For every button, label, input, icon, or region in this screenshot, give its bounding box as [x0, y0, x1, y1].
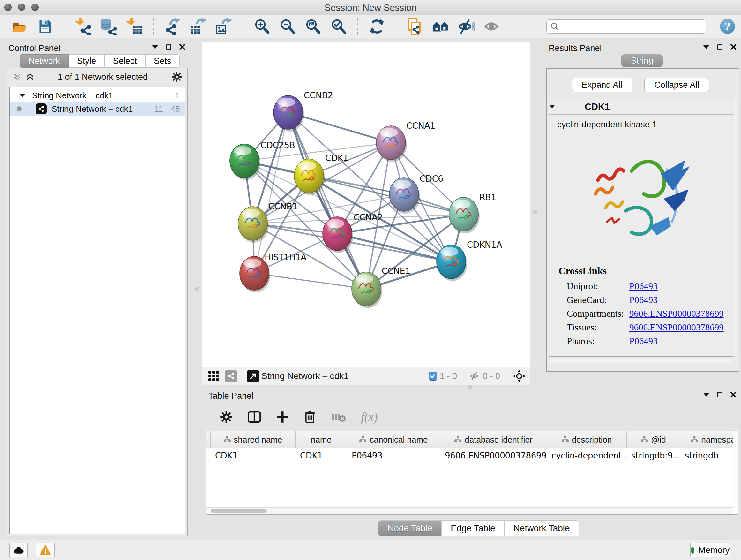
close-panel-button[interactable] — [179, 44, 185, 50]
selected-items-checkbox[interactable] — [428, 372, 437, 381]
panel-menu-icon[interactable] — [703, 45, 710, 49]
open-file-button[interactable] — [11, 17, 28, 36]
zoom-out-button[interactable] — [279, 17, 296, 36]
table-cell[interactable]: stringdb:9... — [627, 448, 680, 463]
scrollbar-thumb[interactable] — [211, 509, 267, 513]
search-input[interactable] — [562, 21, 705, 32]
table-cell[interactable]: cyclin-dependent ... — [547, 448, 627, 463]
float-panel-button[interactable] — [166, 44, 172, 50]
close-panel-button[interactable] — [730, 44, 737, 50]
warnings-button[interactable] — [36, 543, 55, 557]
hide-selected-button[interactable] — [458, 17, 475, 36]
string-network-graph[interactable]: CCNB2CCNA1CDC25BCDK1CDC6RB1CCNB1CCNA2CDK… — [202, 42, 530, 367]
network-node-ccna1[interactable] — [376, 126, 407, 162]
memory-status-button[interactable]: Memory — [690, 543, 730, 557]
column-header-namespace[interactable]: namespace — [680, 431, 738, 448]
grid-view-icon[interactable] — [207, 370, 220, 382]
panel-menu-icon[interactable] — [152, 45, 158, 49]
crosslink-link[interactable]: P06493 — [629, 281, 658, 292]
zoom-in-button[interactable] — [253, 17, 271, 36]
horizontal-splitter-handle[interactable] — [468, 385, 472, 389]
collapse-all-button[interactable]: Collapse All — [644, 78, 709, 92]
add-column-plus-icon[interactable] — [276, 411, 289, 423]
clone-network-button[interactable] — [407, 17, 424, 36]
delete-table-icon[interactable] — [331, 412, 346, 422]
save-session-button[interactable] — [37, 17, 54, 36]
collapse-section-icon[interactable] — [549, 105, 555, 108]
expand-all-button[interactable]: Expand All — [572, 78, 632, 92]
network-view-canvas[interactable]: CCNB2CCNA1CDC25BCDK1CDC6RB1CCNB1CCNA2CDK… — [202, 42, 530, 367]
table-cell[interactable]: CDK1 — [295, 448, 347, 463]
import-network-from-file-button[interactable] — [75, 17, 92, 36]
table-settings-gear-icon[interactable] — [220, 411, 232, 423]
export-image-button[interactable] — [215, 17, 232, 36]
table-vertical-scrollbar[interactable] — [733, 431, 738, 508]
network-edge-ccnb2-hist1h1a[interactable] — [254, 112, 288, 273]
results-horizontal-scrollbar[interactable] — [549, 359, 733, 363]
column-header-canonical-name[interactable]: canonical name — [347, 431, 441, 448]
float-panel-button[interactable] — [717, 392, 723, 397]
close-panel-button[interactable] — [730, 391, 737, 398]
column-header-name[interactable]: name — [295, 431, 347, 448]
network-edge-ccnb2-ccne1[interactable] — [288, 112, 366, 289]
import-table-from-file-button[interactable] — [126, 17, 143, 36]
network-node-cdkn1a[interactable] — [436, 245, 467, 281]
expand-all-tree-icon[interactable] — [26, 73, 34, 81]
tab-network-table[interactable]: Network Table — [504, 520, 579, 537]
tab-edge-table[interactable]: Edge Table — [442, 520, 504, 537]
collapse-all-tree-icon[interactable] — [13, 73, 21, 81]
help-button[interactable] — [720, 19, 735, 34]
network-node-cdc6[interactable] — [389, 178, 420, 213]
crosslink-link[interactable]: 9606.ENSP00000378699 — [629, 308, 724, 319]
crosslink-link[interactable]: P06493 — [629, 295, 658, 305]
gene-section-header[interactable]: CDK1 — [549, 99, 733, 115]
table-row[interactable]: CDK1CDK1P064939606.ENSP00000378699cyclin… — [206, 448, 738, 463]
tab-select[interactable]: Select — [105, 54, 145, 68]
crosslink-link[interactable]: P06493 — [629, 336, 658, 347]
column-header-id[interactable]: @id — [627, 431, 680, 448]
import-network-from-database-button[interactable] — [100, 17, 118, 36]
show-column-icon[interactable] — [247, 410, 261, 424]
network-node-ccnb1[interactable] — [238, 206, 269, 243]
table-cell[interactable]: stringdb — [680, 448, 738, 463]
results-vertical-scrollbar[interactable] — [734, 99, 738, 357]
tab-style[interactable]: Style — [69, 54, 105, 68]
gear-icon[interactable] — [172, 71, 182, 82]
pan-crosshair-icon[interactable] — [513, 369, 526, 383]
search-field[interactable] — [546, 19, 706, 34]
tab-sets[interactable]: Sets — [145, 54, 180, 68]
network-edge-ccne1-hist1h1a[interactable] — [254, 273, 366, 289]
network-node-ccne1[interactable] — [352, 272, 382, 308]
export-network-button[interactable] — [164, 17, 181, 36]
delete-column-trash-icon[interactable] — [304, 410, 316, 424]
show-all-button[interactable] — [483, 17, 500, 36]
column-header-shared-name[interactable]: shared name — [211, 431, 295, 448]
vertical-splitter-handle[interactable] — [195, 287, 199, 291]
zoom-selected-button[interactable] — [330, 17, 347, 36]
column-header-description[interactable]: description — [547, 431, 627, 448]
refresh-button[interactable] — [368, 17, 386, 36]
table-cell[interactable]: P06493 — [347, 448, 441, 463]
network-row-selected[interactable]: String Network – cdk1 11 48 — [10, 102, 185, 116]
column-header-database-identifier[interactable]: database identifier — [441, 431, 547, 448]
network-node-cdc25b[interactable] — [230, 144, 260, 180]
cloud-status-button[interactable] — [9, 543, 28, 557]
float-panel-button[interactable] — [717, 44, 723, 50]
tab-string[interactable]: String — [621, 54, 663, 67]
tree-expander-icon[interactable] — [20, 94, 25, 97]
zoom-fit-button[interactable] — [305, 17, 322, 36]
table-cell[interactable]: 9606.ENSP00000378699 — [441, 448, 547, 463]
tab-network[interactable]: Network — [20, 54, 69, 68]
first-neighbors-button[interactable] — [432, 17, 449, 36]
tab-node-table[interactable]: Node Table — [378, 520, 442, 537]
export-table-button[interactable] — [190, 17, 207, 36]
panel-menu-icon[interactable] — [703, 393, 710, 396]
string-app-icon[interactable] — [225, 370, 238, 382]
network-collection-row[interactable]: String Network – cdk1 1 — [10, 89, 185, 102]
network-node-ccnb2[interactable] — [273, 96, 304, 132]
network-node-rb1[interactable] — [449, 197, 480, 233]
table-cell[interactable]: CDK1 — [211, 448, 295, 463]
network-node-cdk1[interactable] — [294, 159, 325, 195]
table-horizontal-scrollbar[interactable] — [206, 507, 733, 514]
crosslink-link[interactable]: 9606.ENSP00000378699 — [629, 322, 724, 333]
